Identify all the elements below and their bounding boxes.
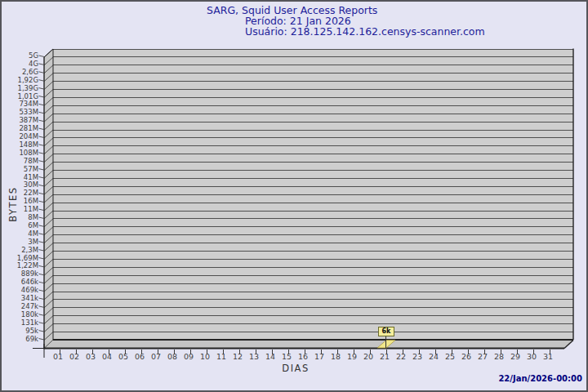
y-tick-label: 69k bbox=[2, 335, 38, 343]
y-tick-label: 131k bbox=[2, 318, 38, 327]
y-tick-label: 341k bbox=[2, 294, 38, 302]
y-tick-label: 108M bbox=[2, 149, 38, 157]
y-tick-label: 148M bbox=[2, 140, 38, 149]
y-tick-label: 95k bbox=[2, 327, 38, 335]
y-tick-label: 387M bbox=[2, 116, 38, 124]
back-wall bbox=[53, 49, 573, 340]
y-tick-label: 1,69M bbox=[2, 254, 38, 262]
y-tick-label: 4G bbox=[2, 60, 38, 68]
y-tick-label: 5G bbox=[2, 51, 38, 60]
x-tick-label: 31 bbox=[538, 352, 558, 361]
data-bar-day-21 bbox=[377, 336, 395, 349]
y-tick-label: 2,6G bbox=[2, 68, 38, 76]
y-tick-label: 180k bbox=[2, 310, 38, 318]
y-tick-label: 1,01G bbox=[2, 92, 38, 100]
y-tick-label: 1,92G bbox=[2, 76, 38, 84]
generated-timestamp: 22/Jan/2026-00:00 bbox=[498, 374, 582, 383]
y-tick-label: 204M bbox=[2, 132, 38, 140]
box-edges bbox=[33, 49, 573, 359]
chart-3d-box bbox=[33, 49, 573, 359]
y-axis-title: BYTES bbox=[7, 172, 19, 237]
y-tick-marks bbox=[39, 56, 45, 340]
bar-top-face bbox=[377, 341, 395, 349]
left-wall bbox=[44, 49, 53, 349]
y-tick-label: 533M bbox=[2, 108, 38, 116]
grid-lines bbox=[53, 49, 573, 332]
sarg-report-page: SARG, Squid User Access Reports Período:… bbox=[0, 0, 588, 392]
y-tick-label: 2,3M bbox=[2, 246, 38, 254]
y-tick-label: 889k bbox=[2, 270, 38, 278]
x-axis-title: DIAS bbox=[245, 363, 346, 374]
y-tick-label: 734M bbox=[2, 100, 38, 108]
y-tick-label: 247k bbox=[2, 302, 38, 310]
y-tick-label: 646k bbox=[2, 278, 38, 286]
y-tick-label: 469k bbox=[2, 286, 38, 294]
x-axis-tick-labels: 0102030405060708091011121314151617181920… bbox=[2, 352, 588, 363]
y-tick-label: 281M bbox=[2, 124, 38, 132]
y-tick-label: 1,22M bbox=[2, 261, 38, 270]
value-flag-day-21: 6k bbox=[378, 327, 394, 336]
wall-diagonals bbox=[44, 49, 53, 349]
y-tick-label: 3M bbox=[2, 238, 38, 246]
report-user: Usuário: 218.125.142.162.censys-scanner.… bbox=[245, 26, 485, 37]
floor bbox=[44, 340, 573, 349]
y-tick-label: 1,39G bbox=[2, 84, 38, 92]
y-tick-label: 78M bbox=[2, 157, 38, 165]
